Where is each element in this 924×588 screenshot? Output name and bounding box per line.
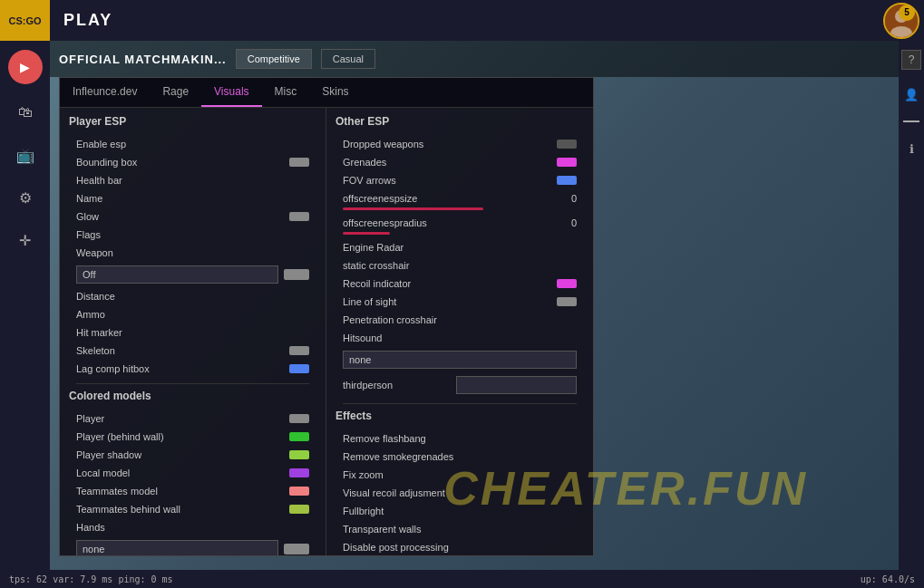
offscreenespradius-slider[interactable] [343,232,390,235]
hands-color-swatch[interactable] [284,544,309,554]
effect-fix-zoom: Fix zoom [336,466,584,484]
bounding-box-swatch[interactable] [289,158,309,167]
ammo-label: Ammo [76,309,309,320]
line-of-sight-swatch[interactable] [557,297,577,306]
offscreenespsize-slider[interactable] [343,207,483,210]
matchmaking-title: OFFICIAL MATCHMAKIN... [59,53,227,66]
option-local-model: Local model [69,464,316,482]
bounding-box-label: Bounding box [76,157,284,168]
option-dropped-weapons: Dropped weapons [336,135,584,153]
option-name: Name [69,189,316,207]
profile-icon[interactable]: 👤 [900,83,922,105]
grenades-label: Grenades [343,157,551,168]
sidebar-icon-shop[interactable]: 🛍 [11,98,40,127]
thirdperson-label: thirdperson [343,380,451,390]
flags-label: Flags [76,229,309,240]
matchmaking-bar: OFFICIAL MATCHMAKIN... Competitive Casua… [50,41,899,77]
fov-arrows-swatch[interactable] [557,176,577,185]
sidebar-icon-tv[interactable]: 📺 [11,140,40,169]
other-esp-title: Other ESP [336,115,584,130]
dropped-weapons-swatch[interactable] [557,140,577,149]
weapon-label: Weapon [76,247,309,258]
app-title: PLAY [63,11,112,30]
thirdperson-dropdown[interactable] [456,376,577,394]
right-column: Other ESP Dropped weapons Grenades FOV a… [326,108,593,555]
player-behind-wall-swatch[interactable] [289,432,309,441]
recoil-indicator-swatch[interactable] [557,279,577,288]
option-hitsound: Hitsound [336,329,584,347]
option-weapon: Weapon [69,244,316,262]
option-hit-marker: Hit marker [69,323,316,342]
tab-misc[interactable]: Misc [262,78,310,107]
teammates-model-label: Teammates model [76,486,284,496]
health-bar-label: Health bar [76,175,309,186]
left-sidebar: ▶ 🛍 📺 ⚙ ✛ [0,41,50,570]
xp-badge: 5 [899,5,915,21]
visual-recoil-label: Visual recoil adjusment [343,487,577,498]
transparent-walls-label: Transparent walls [343,524,577,535]
grenades-swatch[interactable] [557,158,577,167]
divider-1 [76,383,309,384]
hitsound-dropdown-row: none [336,347,584,372]
sidebar-icon-crosshair[interactable]: ✛ [11,226,40,255]
option-enable-esp: Enable esp [69,135,316,153]
option-grenades: Grenades [336,153,584,171]
teammates-model-swatch[interactable] [289,487,309,496]
distance-label: Distance [76,291,309,302]
skeleton-swatch[interactable] [289,346,309,355]
hitsound-label: Hitsound [343,333,577,343]
remove-smokegrenades-label: Remove smokegrenades [343,451,577,462]
casual-btn[interactable]: Casual [321,49,375,69]
player-shadow-label: Player shadow [76,449,284,460]
option-static-crosshair: static crosshair [336,256,584,275]
option-teammates-model: Teammates model [69,482,316,500]
top-bar: CS:GO PLAY 5 [0,0,924,41]
weapon-dropdown[interactable]: Off [76,265,278,284]
option-line-of-sight: Line of sight [336,293,584,311]
option-player-behind-wall: Player (behind wall) [69,428,316,446]
option-bounding-box: Bounding box [69,153,316,171]
option-distance: Distance [69,287,316,305]
enable-esp-label: Enable esp [76,139,309,149]
recoil-indicator-label: Recoil indicator [343,278,551,289]
tab-infleunce[interactable]: Infleunce.dev [60,78,150,107]
player-shadow-swatch[interactable] [289,450,309,459]
player-esp-title: Player ESP [69,115,316,130]
option-player-color: Player [69,410,316,428]
divider-effects [343,403,577,404]
weapon-dropdown-row: Off [69,262,316,287]
option-fov-arrows: FOV arrows [336,171,584,189]
option-engine-radar: Engine Radar [336,238,584,256]
local-model-swatch[interactable] [289,468,309,477]
option-health-bar: Health bar [69,171,316,189]
option-skeleton: Skeleton [69,342,316,360]
local-model-label: Local model [76,468,284,478]
status-bar: tps: 62 var: 7.9 ms ping: 0 ms up: 64.0/… [0,570,924,588]
tab-rage[interactable]: Rage [150,78,201,107]
divider-line [903,120,919,122]
effect-visual-recoil: Visual recoil adjusment [336,484,584,502]
effect-fullbright: Fullbright [336,502,584,520]
hitsound-dropdown[interactable]: none [343,351,577,369]
sidebar-icon-settings[interactable]: ⚙ [11,183,40,212]
player-color-swatch[interactable] [289,414,309,423]
remove-flashbang-label: Remove flashbang [343,433,577,444]
weapon-color-swatch[interactable] [284,269,309,280]
competitive-btn[interactable]: Competitive [236,49,312,69]
help-button[interactable]: ? [901,50,921,70]
option-ammo: Ammo [69,305,316,323]
lag-comp-swatch[interactable] [289,364,309,373]
panel-content: Player ESP Enable esp Bounding box Healt… [60,108,593,555]
tab-visuals[interactable]: Visuals [201,78,261,107]
option-lag-comp: Lag comp hitbox [69,360,316,378]
option-hands: Hands [69,518,316,536]
glow-swatch[interactable] [289,212,309,221]
play-button[interactable]: ▶ [8,50,43,84]
effect-remove-smokegrenades: Remove smokegrenades [336,448,584,466]
tab-skins[interactable]: Skins [309,78,361,107]
teammates-behind-wall-swatch[interactable] [289,505,309,514]
info-icon[interactable]: ℹ [900,138,922,159]
tabs-bar: Infleunce.dev Rage Visuals Misc Skins [60,78,593,108]
hands-dropdown[interactable]: none [76,540,278,555]
effects-title: Effects [336,410,584,424]
